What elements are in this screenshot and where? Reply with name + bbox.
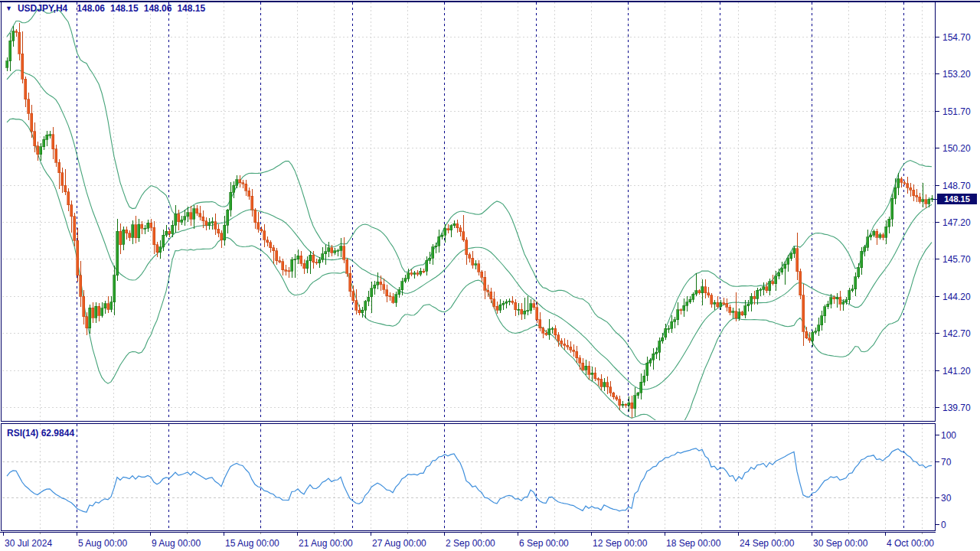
candle-body (423, 271, 425, 272)
candle-body (631, 403, 633, 408)
week-separators (77, 2, 904, 530)
candle-body (756, 290, 759, 298)
candle-body (714, 302, 716, 304)
candle-body (230, 192, 232, 210)
candle-body (576, 351, 578, 357)
candle-body (135, 225, 137, 238)
candle-body (496, 306, 498, 310)
candles (6, 23, 933, 418)
bollinger-lower-band (7, 119, 932, 432)
candle-body (266, 240, 269, 243)
candle-body (92, 308, 94, 318)
candle-body (505, 302, 508, 303)
candle-body (80, 276, 82, 297)
candle-body (309, 255, 312, 261)
time-axis-label: 24 Sep 00:00 (740, 538, 795, 549)
time-axis-label: 5 Aug 00:00 (78, 538, 127, 549)
candle-body (67, 192, 70, 205)
candle-body (462, 232, 465, 240)
candle-body (61, 173, 64, 186)
time-axis-label: 2 Sep 00:00 (446, 538, 495, 549)
candle-body (873, 231, 875, 235)
candle-body (888, 219, 890, 227)
rsi-axis-label: 100 (941, 430, 956, 441)
candle-body (695, 291, 697, 294)
candle-body (315, 262, 318, 263)
collapse-arrow-icon[interactable]: ▼ (5, 5, 12, 12)
candle-body (398, 290, 400, 295)
candle-body (524, 311, 526, 314)
candle-body (251, 196, 253, 210)
candle-body (236, 180, 238, 185)
candle-body (214, 222, 217, 230)
candle-body (37, 146, 39, 155)
candle-body (799, 272, 802, 295)
candle-body (395, 295, 397, 302)
candle-body (778, 272, 780, 276)
candle-body (499, 305, 501, 310)
candle-body (827, 304, 829, 307)
time-axis-label: 30 Jul 2024 (5, 538, 52, 549)
candle-body (346, 259, 348, 273)
candle-body (652, 354, 655, 360)
candle-body (894, 187, 897, 198)
candle-body (668, 328, 670, 329)
candle-body (444, 229, 446, 235)
candle-body (787, 259, 789, 264)
candle-body (242, 183, 244, 184)
candle-body (481, 272, 483, 277)
candle-body (224, 225, 226, 240)
candle-body (162, 235, 165, 247)
candle-body (619, 399, 621, 406)
candle-body (21, 54, 24, 79)
candle-body (208, 223, 211, 225)
candle-body (732, 311, 734, 313)
candle-body (282, 262, 284, 270)
candle-body (867, 237, 869, 248)
candle-body (848, 291, 851, 300)
candle-body (616, 397, 618, 399)
candle-body (371, 289, 373, 297)
candle-body (34, 132, 36, 146)
candle-body (254, 210, 256, 222)
candle-body (674, 320, 676, 322)
candle-body (812, 332, 814, 341)
candle-body (101, 308, 103, 316)
candle-body (113, 276, 116, 302)
candle-body (104, 304, 106, 308)
rsi-axis-label: 70 (941, 457, 952, 468)
candle-body (625, 404, 627, 405)
bollinger-bands (7, 9, 932, 432)
candle-body (579, 358, 581, 364)
candle-body (55, 149, 57, 163)
candle-body (306, 261, 309, 269)
candle-body (181, 220, 183, 222)
candle-body (138, 224, 140, 237)
candle-body (564, 344, 566, 345)
candle-body (312, 255, 315, 262)
candle-body (928, 199, 930, 204)
candle-body (46, 135, 48, 139)
candle-body (435, 246, 437, 246)
candle-body (588, 366, 590, 374)
candle-body (122, 230, 125, 244)
candle-body (824, 307, 826, 316)
rsi-axis-label: 0 (941, 520, 946, 530)
candle-body (364, 302, 367, 311)
candle-body (582, 363, 584, 370)
candle-body (542, 328, 544, 334)
chart-canvas[interactable]: 154.70153.20151.70150.20148.70147.20145.… (0, 0, 980, 551)
candle-body (205, 221, 207, 226)
candle-body (842, 302, 844, 305)
candle-body (291, 259, 293, 271)
candle-body (646, 363, 648, 376)
candle-body (735, 311, 737, 318)
candle-body (233, 185, 235, 192)
candle-body (270, 243, 272, 248)
rsi-axis-labels: 10070300 (941, 430, 956, 530)
candle-body (288, 271, 290, 272)
price-axis-label: 148.70 (942, 181, 971, 191)
candle-body (227, 210, 229, 225)
candle-body (168, 231, 171, 233)
candle-body (220, 233, 223, 240)
